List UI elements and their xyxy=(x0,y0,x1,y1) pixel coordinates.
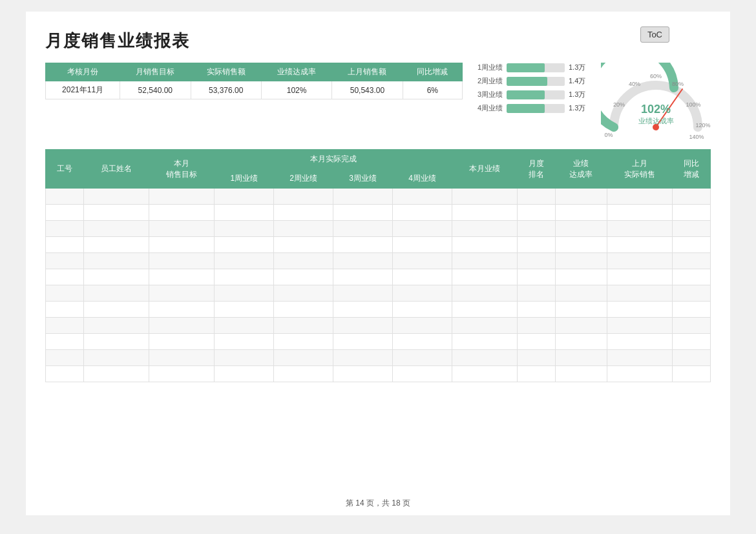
table-cell xyxy=(333,253,393,269)
table-cell xyxy=(46,350,84,366)
table-cell xyxy=(673,350,711,366)
svg-text:0%: 0% xyxy=(604,132,613,138)
table-cell xyxy=(452,205,517,221)
bar-inner-3 xyxy=(507,104,545,113)
table-row xyxy=(46,285,711,302)
table-row xyxy=(46,350,711,366)
table-row xyxy=(46,366,711,382)
th-week1: 1周业绩 xyxy=(215,169,274,189)
table-cell xyxy=(607,285,672,302)
table-cell xyxy=(393,253,452,269)
table-row xyxy=(46,205,711,221)
table-cell xyxy=(673,205,711,221)
table-cell xyxy=(149,302,215,318)
table-cell xyxy=(333,302,393,318)
table-cell xyxy=(393,205,452,221)
table-cell xyxy=(607,253,672,269)
table-cell xyxy=(46,302,84,318)
bar-chart: 1周业绩 1.3万 2周业绩 1.4万 3周业绩 1.3万 4周业绩 1.3万 xyxy=(476,63,589,113)
table-cell xyxy=(518,205,556,221)
table-cell xyxy=(83,221,149,237)
table-cell xyxy=(452,221,517,237)
bar-outer-2 xyxy=(507,90,565,99)
cell-actual: 53,376.00 xyxy=(191,81,261,99)
th-actual: 本月实际完成 xyxy=(215,150,452,169)
table-cell xyxy=(274,205,333,221)
svg-text:120%: 120% xyxy=(695,122,710,128)
table-cell xyxy=(46,221,84,237)
bar-label-2: 3周业绩 xyxy=(476,90,503,99)
table-cell xyxy=(333,269,393,285)
th-last-actual: 上月实际销售 xyxy=(607,150,672,189)
bar-label-1: 2周业绩 xyxy=(476,76,503,86)
data-table: 工号 员工姓名 本月销售目标 本月实际完成 本月业绩 月度排名 业绩达成率 上月… xyxy=(45,149,711,382)
table-cell xyxy=(607,221,672,237)
bar-row-1: 2周业绩 1.4万 xyxy=(476,76,589,86)
table-cell xyxy=(83,189,149,205)
table-cell xyxy=(46,253,84,269)
table-cell xyxy=(452,334,517,350)
table-cell xyxy=(452,189,517,205)
table-cell xyxy=(393,302,452,318)
table-cell xyxy=(149,253,215,269)
table-cell xyxy=(555,253,607,269)
col-header-yoy: 同比增减 xyxy=(403,63,462,81)
table-cell xyxy=(393,221,452,237)
table-cell xyxy=(215,302,274,318)
bar-outer-3 xyxy=(507,104,565,113)
table-cell xyxy=(83,237,149,253)
col-header-month: 考核月份 xyxy=(46,63,120,81)
table-cell xyxy=(555,350,607,366)
table-cell xyxy=(452,285,517,302)
table-cell xyxy=(393,189,452,205)
th-week4: 4周业绩 xyxy=(393,169,452,189)
table-cell xyxy=(83,285,149,302)
table-cell xyxy=(555,269,607,285)
bar-value-3: 1.3万 xyxy=(569,103,589,113)
toc-button[interactable]: ToC xyxy=(640,26,669,43)
th-id: 工号 xyxy=(46,150,84,189)
table-cell xyxy=(149,285,215,302)
table-cell xyxy=(452,302,517,318)
table-cell xyxy=(149,205,215,221)
table-cell xyxy=(333,334,393,350)
bar-inner-2 xyxy=(507,90,545,99)
table-cell xyxy=(83,253,149,269)
bar-value-0: 1.3万 xyxy=(569,63,589,72)
svg-text:140%: 140% xyxy=(689,134,704,140)
table-row xyxy=(46,302,711,318)
table-cell xyxy=(393,366,452,382)
table-cell xyxy=(452,253,517,269)
table-cell xyxy=(607,269,672,285)
cell-last: 50,543.00 xyxy=(332,81,403,99)
table-cell xyxy=(274,366,333,382)
table-cell xyxy=(215,269,274,285)
table-row xyxy=(46,269,711,285)
table-cell xyxy=(518,302,556,318)
table-cell xyxy=(518,221,556,237)
th-name: 员工姓名 xyxy=(83,150,149,189)
cell-month: 2021年11月 xyxy=(46,81,120,99)
summary-row: 2021年11月 52,540.00 53,376.00 102% 50,543… xyxy=(46,81,463,99)
table-cell xyxy=(46,285,84,302)
table-cell xyxy=(673,318,711,334)
summary-table: 考核月份 月销售目标 实际销售额 业绩达成率 上月销售额 同比增减 2021年1… xyxy=(45,63,463,99)
table-cell xyxy=(149,237,215,253)
table-row xyxy=(46,334,711,350)
bar-row-3: 4周业绩 1.3万 xyxy=(476,103,589,113)
table-cell xyxy=(555,366,607,382)
gauge-svg: 0% 20% 40% 60% 80% 100% 120% 140% xyxy=(601,63,711,140)
table-cell xyxy=(215,237,274,253)
table-cell xyxy=(555,189,607,205)
table-cell xyxy=(518,366,556,382)
table-cell xyxy=(149,189,215,205)
table-cell xyxy=(274,334,333,350)
page-footer: 第 14 页，共 18 页 xyxy=(26,498,730,509)
table-cell xyxy=(215,205,274,221)
table-cell xyxy=(215,350,274,366)
table-cell xyxy=(555,334,607,350)
table-cell xyxy=(333,237,393,253)
table-cell xyxy=(607,350,672,366)
table-cell xyxy=(518,237,556,253)
table-cell xyxy=(607,366,672,382)
